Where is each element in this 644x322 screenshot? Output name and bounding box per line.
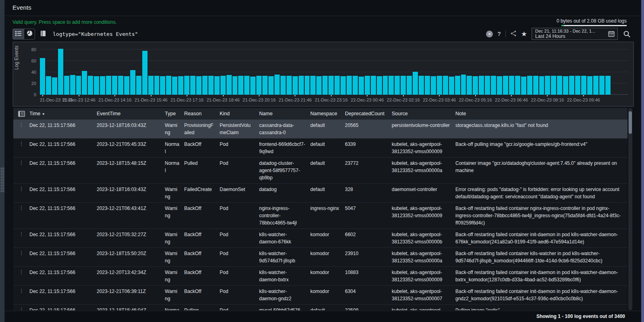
table-row[interactable]: ⋮Dec 22, 11:15:17:5662023-12-18T16:03:43… <box>13 184 627 203</box>
chart-bar[interactable] <box>280 76 286 95</box>
chart-bar[interactable] <box>563 76 568 95</box>
chart-bar[interactable] <box>112 76 117 95</box>
table-row[interactable]: ⋮Dec 22, 11:15:17:5662023-12-21T05:32:27… <box>13 229 627 248</box>
chart-bar[interactable] <box>599 76 605 95</box>
table-row[interactable]: ⋮Dec 22, 11:15:17:5662023-12-18T15:48:15… <box>13 158 627 184</box>
chart-bar[interactable] <box>178 76 183 95</box>
chart-bar[interactable] <box>509 76 514 95</box>
chart-bar[interactable] <box>533 76 538 95</box>
chart-bar[interactable] <box>407 76 412 95</box>
chart-bar[interactable] <box>334 76 340 95</box>
chart-bar[interactable] <box>262 76 268 95</box>
table-scrollbar[interactable] <box>628 108 632 310</box>
chart-bar[interactable] <box>581 76 586 95</box>
chart-bar[interactable] <box>190 76 195 95</box>
chart-bar[interactable] <box>479 76 484 95</box>
row-menu-button[interactable]: ⋮ <box>13 158 29 183</box>
table-row[interactable]: ⋮Dec 22, 11:15:17:5662023-12-21T06:39:11… <box>13 286 627 305</box>
row-menu-button[interactable]: ⋮ <box>13 267 29 285</box>
column-header-note[interactable]: Note <box>455 111 627 116</box>
chart-bar[interactable] <box>569 76 574 95</box>
chart-bar[interactable] <box>70 75 75 95</box>
list-view-button[interactable] <box>13 29 24 39</box>
chart-bar[interactable] <box>515 76 520 95</box>
chart-bar[interactable] <box>383 76 388 95</box>
chart-bar[interactable] <box>226 75 232 95</box>
chart-bar[interactable] <box>52 77 57 95</box>
row-menu-button[interactable]: ⋮ <box>13 139 29 157</box>
chart-bar[interactable] <box>437 76 442 95</box>
scrollbar-thumb[interactable] <box>629 111 632 134</box>
chart-bar[interactable] <box>575 76 580 95</box>
chart-bar[interactable] <box>413 72 418 95</box>
chart-bar[interactable] <box>250 77 256 95</box>
column-header-event_time[interactable]: EventTime <box>97 111 165 116</box>
chart-bar[interactable] <box>256 76 262 95</box>
chart-bar[interactable] <box>208 76 214 95</box>
chart-bar[interactable] <box>388 76 394 95</box>
chart-bar[interactable] <box>40 58 45 95</box>
chart-bar[interactable] <box>287 76 292 95</box>
chart-bar[interactable] <box>551 76 556 95</box>
chart-bar[interactable] <box>244 76 249 95</box>
chart-bar[interactable] <box>305 76 310 95</box>
column-header-name[interactable]: Name <box>259 111 310 116</box>
chart-bar[interactable] <box>449 77 454 95</box>
chart-bar[interactable] <box>58 49 63 95</box>
chart-bar[interactable] <box>503 76 508 95</box>
chart-bar[interactable] <box>485 76 490 95</box>
table-row[interactable]: ⋮Dec 22, 11:15:17:5662023-12-18T15:50:20… <box>13 248 627 267</box>
chart-bar[interactable] <box>106 76 111 95</box>
chart-bar[interactable] <box>491 76 496 95</box>
chart-bar[interactable] <box>166 76 171 95</box>
row-menu-button[interactable]: ⋮ <box>13 286 29 304</box>
chart-bar[interactable] <box>124 76 129 95</box>
chart-bar[interactable] <box>527 76 532 95</box>
collapsed-left-panel[interactable] <box>0 0 5 322</box>
panel-resize-handle[interactable] <box>0 167 4 192</box>
chart-bar[interactable] <box>316 76 322 95</box>
chart-bar[interactable] <box>322 76 328 95</box>
chart-bar[interactable] <box>88 76 93 95</box>
chart-bar[interactable] <box>587 76 592 95</box>
chart-bar[interactable] <box>365 76 370 95</box>
column-header-deprecated_count[interactable]: DeprecatedCount <box>345 111 392 116</box>
column-header-namespace[interactable]: Namespace <box>310 111 345 116</box>
column-header-time[interactable]: Time▾ <box>29 111 97 116</box>
chart-bar[interactable] <box>220 76 226 95</box>
clear-query-button[interactable]: × <box>486 31 493 37</box>
chart-bar[interactable] <box>310 76 316 95</box>
chart-bar[interactable] <box>160 76 165 95</box>
logs-book-button[interactable] <box>40 30 46 38</box>
chart-bar[interactable] <box>539 76 544 95</box>
chart-bar[interactable] <box>521 77 526 95</box>
chart-bar[interactable] <box>76 76 81 95</box>
chart-bar[interactable] <box>431 76 436 95</box>
table-row[interactable]: ⋮Dec 22, 11:15:17:5662023-12-20T13:42:34… <box>13 267 627 286</box>
chart-bar[interactable] <box>328 76 334 95</box>
chart-bar[interactable] <box>497 76 502 95</box>
row-menu-button[interactable]: ⋮ <box>13 305 29 310</box>
chart-bar[interactable] <box>395 76 400 95</box>
calendar-icon[interactable] <box>608 31 615 37</box>
chart-bar[interactable] <box>425 76 430 95</box>
chart-bar[interactable] <box>148 76 154 95</box>
table-row[interactable]: ⋮Dec 22, 11:15:17:5662023-12-21T05:45:33… <box>13 139 627 158</box>
chart-bar[interactable] <box>467 76 472 95</box>
chart-bar[interactable] <box>64 76 69 95</box>
row-menu-button[interactable]: ⋮ <box>13 229 29 247</box>
row-menu-button[interactable]: ⋮ <box>13 203 29 229</box>
column-header-reason[interactable]: Reason <box>184 111 220 116</box>
share-icon[interactable] <box>510 30 517 38</box>
chart-bar[interactable] <box>214 76 220 95</box>
chart-bar[interactable] <box>443 76 448 95</box>
table-row[interactable]: ⋮Dec 22, 11:15:17:5662023-12-18T15:46:04… <box>13 305 627 310</box>
chart-bar[interactable] <box>142 51 147 95</box>
row-menu-button[interactable]: ⋮ <box>13 248 29 266</box>
chart-bar[interactable] <box>184 76 189 95</box>
chart-bar[interactable] <box>377 76 382 95</box>
query-input[interactable]: logtype="Kubernetes Events" <box>53 31 138 37</box>
chart-bar[interactable] <box>274 75 280 95</box>
chart-bar[interactable] <box>268 76 274 95</box>
row-menu-button[interactable]: ⋮ <box>13 120 29 138</box>
